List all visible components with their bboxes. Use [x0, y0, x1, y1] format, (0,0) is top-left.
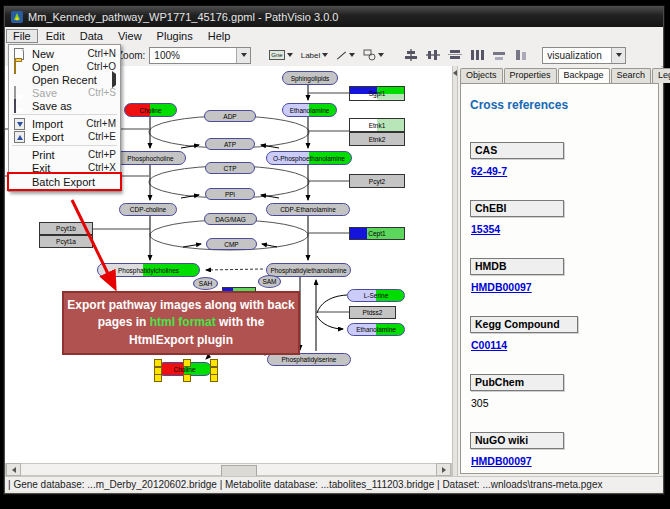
menu-item-open-recent[interactable]: Open Recent [9, 73, 120, 86]
line-tool-button[interactable] [333, 46, 358, 65]
selection-handle[interactable] [154, 374, 162, 382]
node-adp[interactable]: ADP [204, 110, 256, 122]
selection-handle[interactable] [154, 359, 162, 367]
menubar-item-file[interactable]: File [6, 29, 38, 43]
node-label: Phosphatidylcholines [118, 267, 179, 274]
menu-item-export[interactable]: ExportCtrl+E [9, 130, 120, 143]
node-label: PPi [225, 191, 235, 198]
node-sah[interactable]: SAH [193, 277, 218, 290]
datanode-dropdown-arrow-icon[interactable] [287, 53, 293, 57]
node-l-serine[interactable]: L-Serine [347, 289, 405, 302]
tab-backpage[interactable]: Backpage [558, 68, 610, 83]
node-cmp[interactable]: CMP [206, 238, 257, 250]
node-ctp[interactable]: CTP [205, 162, 255, 174]
xref-value-cas[interactable]: 62-49-7 [471, 165, 507, 177]
node-sphingolipids[interactable]: Sphingolipids [282, 71, 338, 85]
node-choline[interactable]: Choline [124, 103, 177, 117]
shape-tool-button[interactable] [360, 46, 387, 65]
node-etnk2[interactable]: Etnk2 [349, 132, 405, 146]
menu-item-shortcut: Ctrl+E [88, 131, 116, 142]
node-cdp-ethanolamine[interactable]: CDP-Ethanolamine [266, 203, 350, 216]
align-middle-icon [426, 49, 440, 61]
menubar-item-view[interactable]: View [111, 29, 149, 43]
visualization-dropdown-arrow-icon[interactable] [611, 48, 625, 63]
align-center-button[interactable] [401, 46, 421, 65]
menu-item-new[interactable]: NewCtrl+N [9, 47, 120, 60]
xref-value-kegg-compound[interactable]: C00114 [471, 339, 507, 351]
scroll-left-arrow-icon[interactable] [6, 463, 21, 476]
node-dag-mag[interactable]: DAG/MAG [204, 213, 257, 225]
tab-search[interactable]: Search [611, 68, 652, 83]
menu-item-batch-export[interactable]: Batch Export [9, 174, 120, 189]
no-icon [12, 149, 28, 160]
node-o-phosphoethanolamine[interactable]: O-Phosphoethanolamine [266, 151, 352, 165]
node-etnk1[interactable]: Etnk1 [349, 118, 405, 132]
cross-reference-sections: CAS62-49-7ChEBI15354HMDBHMDB00097Kegg Co… [470, 142, 658, 474]
node-label: Sgpl1 [369, 90, 386, 97]
common-width-icon [492, 49, 506, 61]
menubar-item-plugins[interactable]: Plugins [150, 29, 200, 43]
selection-handle[interactable] [210, 359, 218, 367]
datanode-tool-button[interactable]: Gne [266, 46, 295, 65]
line-dropdown-arrow-icon[interactable] [349, 53, 355, 57]
zoom-label: Zoom: [117, 50, 145, 61]
distribute-rows-icon [448, 49, 462, 61]
tab-legend[interactable]: Legend [652, 68, 670, 83]
selection-handle[interactable] [210, 374, 218, 382]
label-dropdown-arrow-icon[interactable] [322, 53, 328, 57]
menubar-item-data[interactable]: Data [73, 29, 110, 43]
common-width-button[interactable] [489, 46, 509, 65]
tab-properties[interactable]: Properties [504, 68, 557, 83]
menu-item-print[interactable]: PrintCtrl+P [9, 148, 120, 161]
menubar-item-edit[interactable]: Edit [39, 29, 72, 43]
menubar-item-help[interactable]: Help [201, 29, 238, 43]
node-choline[interactable]: Choline [157, 362, 212, 376]
node-pcyt1b[interactable]: Pcyt1b [39, 222, 93, 235]
xref-value-hmdb[interactable]: HMDB00097 [471, 281, 532, 293]
node-atp[interactable]: ATP [205, 138, 255, 150]
shape-dropdown-arrow-icon[interactable] [378, 53, 384, 57]
node-ethanolamine[interactable]: Ethanolamine [282, 103, 337, 117]
align-middle-button[interactable] [423, 46, 443, 65]
zoom-dropdown-arrow-icon[interactable] [236, 48, 250, 63]
menu-item-exit[interactable]: ExitCtrl+X [9, 161, 120, 174]
menu-item-open[interactable]: OpenCtrl+O [9, 60, 120, 73]
node-ppi[interactable]: PPi [205, 188, 255, 200]
xref-value-nugo-wiki[interactable]: HMDB00097 [471, 455, 532, 467]
xref-source-label: CAS [470, 142, 564, 159]
selection-handle[interactable] [183, 359, 191, 367]
node-label: CDP-choline [130, 206, 167, 213]
scroll-right-arrow-icon[interactable] [436, 463, 451, 476]
selection-handle[interactable] [183, 374, 191, 382]
menu-item-save-as[interactable]: Save as [9, 99, 120, 112]
window-title: Mm_Kennedy_pathway_WP1771_45176.gpml - P… [28, 11, 338, 23]
node-pcyt1a[interactable]: Pcyt1a [39, 235, 93, 248]
node-cept1[interactable]: Cept1 [349, 227, 405, 240]
distribute-rows-button[interactable] [445, 46, 465, 65]
node-sam[interactable]: SAM [258, 275, 281, 288]
menu-item-import[interactable]: ImportCtrl+M [9, 117, 120, 130]
xref-value-chebi[interactable]: 15354 [471, 223, 500, 235]
node-ptdss2[interactable]: Ptdss2 [349, 306, 396, 319]
splitter-collapse-icon[interactable] [453, 70, 457, 76]
canvas-horizontal-scrollbar[interactable] [5, 463, 452, 476]
node-phosphatidylcholines[interactable]: Phosphatidylcholines [97, 263, 200, 277]
distribute-columns-button[interactable] [467, 46, 487, 65]
menu-item-label: Export [32, 131, 88, 143]
node-cdp-choline[interactable]: CDP-choline [119, 203, 177, 216]
shape-tool-icon [363, 49, 376, 61]
visualization-combobox[interactable]: visualization [542, 47, 626, 64]
line-tool-icon [337, 51, 346, 59]
node-label: CTP [224, 165, 237, 172]
tab-objects[interactable]: Objects [460, 68, 503, 83]
zoom-combobox[interactable]: 100% [149, 47, 251, 64]
node-phosphatidylethanolamine[interactable]: Phosphatidylethanolamine [266, 263, 351, 277]
node-label: DAG/MAG [215, 216, 246, 223]
node-sgpl1[interactable]: Sgpl1 [349, 86, 405, 101]
node-ethanolamine[interactable]: Ethanolamine [347, 323, 405, 336]
label-tool-button[interactable]: Label [298, 46, 332, 65]
node-phosphocholine[interactable]: Phosphocholine [115, 151, 186, 165]
common-height-button[interactable] [511, 46, 531, 65]
title-bar[interactable]: Mm_Kennedy_pathway_WP1771_45176.gpml - P… [5, 7, 663, 27]
node-pcyt2[interactable]: Pcyt2 [349, 174, 405, 188]
